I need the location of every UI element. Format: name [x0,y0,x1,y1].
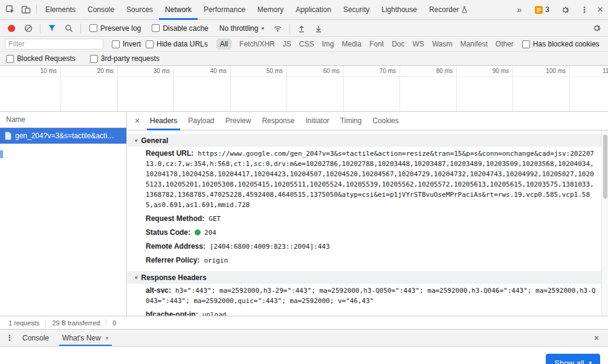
third-party-requests-checkbox[interactable]: 3rd-party requests [90,54,160,63]
type-filter-fetch-xhr[interactable]: Fetch/XHR [239,40,275,48]
preserve-log-checkbox[interactable]: Preserve log [89,24,141,33]
search-button[interactable] [61,21,77,36]
close-devtools-button[interactable]: × [592,2,608,18]
header-item-request-method: Request Method:GET [128,212,601,226]
type-filter-js[interactable]: JS [283,40,291,48]
close-whats-new-icon[interactable]: × [105,334,109,342]
network-settings-button[interactable] [589,21,604,36]
tab-label: Elements [45,5,76,14]
detail-tab-headers[interactable]: Headers [144,112,183,130]
detail-tab-initiator[interactable]: Initiator [300,112,334,130]
type-filter-other[interactable]: Other [496,40,514,48]
general-section-header[interactable]: ▾ General [128,134,601,147]
tab-memory[interactable]: Memory [251,0,289,20]
disable-cache-checkbox[interactable]: Disable cache [152,24,208,33]
resources-size: 0 [112,319,116,327]
import-har-button[interactable] [294,21,309,36]
drawer-tab-whats-new[interactable]: What's New × [56,330,115,346]
hide-data-urls-checkbox[interactable]: Hide data URLs [146,40,208,48]
tick-label: 110 ms [586,68,608,74]
tab-security[interactable]: Security [337,0,375,20]
detail-tab-cookies[interactable]: Cookies [367,112,404,130]
request-row-selected[interactable]: gen_204?v=3&s=tactile&acti… [0,128,126,144]
drawer-right-controls: × [589,330,604,346]
tab-console[interactable]: Console [82,0,120,20]
filter-input[interactable] [5,39,103,49]
tab-label: Memory [257,5,283,14]
drawer-menu-button[interactable]: ⋮ [4,330,16,346]
header-item-bfcache-opt-in: bfcache-opt-in:unload [128,308,601,316]
more-tabs-button[interactable]: » [511,2,527,18]
settings-button[interactable] [557,2,573,18]
close-detail-button[interactable]: × [130,113,144,128]
header-key: Request URL: [146,149,193,158]
checkbox-box [90,55,98,63]
tab-network[interactable]: Network [159,0,198,20]
type-filter-manifest[interactable]: Manifest [460,40,487,48]
throttling-dropdown[interactable]: No throttling ▾ [219,24,264,33]
type-filter-wasm[interactable]: Wasm [432,40,453,48]
blocked-requests-checkbox[interactable]: Blocked Requests [6,54,76,63]
checkbox-box [152,24,160,32]
detail-tab-timing[interactable]: Timing [335,112,367,130]
scrollbar-thumb[interactable] [603,135,607,199]
triangle-down-icon: ▾ [135,138,138,144]
name-column-header[interactable]: Name [0,112,126,128]
type-filter-ws[interactable]: WS [413,40,424,48]
device-toolbar-button[interactable] [18,2,34,18]
export-har-button[interactable] [311,21,326,36]
tick-label: 20 ms [77,68,114,74]
arrow-up-icon [297,24,306,33]
network-conditions-button[interactable] [270,21,286,36]
response-headers-section-header[interactable]: ▾ Response Headers [128,271,601,284]
invert-checkbox[interactable]: Invert [112,40,141,48]
vertical-scrollbar[interactable] [601,130,608,316]
tab-elements[interactable]: Elements [39,0,82,20]
tab-label: Security [343,5,369,14]
tab-recorder[interactable]: Recorder [423,0,474,20]
type-filter-media[interactable]: Media [341,40,361,48]
tab-sources[interactable]: Sources [120,0,159,20]
type-filter-all[interactable]: All [216,39,231,49]
checkbox-box [89,24,97,32]
tab-lighthouse[interactable]: Lighthouse [375,0,423,20]
tick-label: 50 ms [247,68,283,74]
header-item-referrer-policy: Referrer Policy:origin [128,254,601,267]
close-drawer-button[interactable]: × [589,330,604,346]
drawer-tab-console[interactable]: Console [16,330,56,346]
issues-badge[interactable]: 3 [532,4,552,15]
toolbar-separator [80,24,81,33]
chevron-down-icon: ▾ [589,360,592,364]
tab-bar-right-controls: » 3 ⋮ × [511,2,608,18]
devtools-menu-button[interactable]: ⋮ [577,2,592,18]
gridline [117,66,118,111]
type-filter-img[interactable]: Img [322,40,334,48]
devtools-window: Elements Console Sources Network Perform… [0,0,608,364]
scroll-position-marker [0,150,3,158]
tab-performance[interactable]: Performance [198,0,251,20]
status-divider [106,319,106,327]
devtools-tab-bar: Elements Console Sources Network Perform… [0,0,608,20]
inspect-element-button[interactable] [2,2,18,18]
detail-tab-payload[interactable]: Payload [183,112,219,130]
search-icon [65,24,73,33]
record-network-log-button[interactable] [4,21,19,36]
clear-network-log-button[interactable] [21,21,36,36]
filter-toggle-button[interactable] [44,21,60,36]
header-key: bfcache-opt-in: [146,310,198,316]
tick-label: 40 ms [190,68,227,74]
header-value: GET [209,215,221,223]
type-filter-doc[interactable]: Doc [392,40,404,48]
drawer-tab-label: What's New [62,334,101,342]
header-key: alt-svc: [146,286,171,295]
show-all-button[interactable]: Show all ▾ [546,354,600,364]
type-filter-font[interactable]: Font [369,40,384,48]
tab-application[interactable]: Application [289,0,337,20]
detail-tab-response[interactable]: Response [256,112,300,130]
has-blocked-cookies-checkbox[interactable]: Has blocked cookies [522,40,600,48]
network-main-area: Name gen_204?v=3&s=tactile&acti… × Heade… [0,112,608,316]
type-filter-css[interactable]: CSS [299,40,314,48]
network-overview-timeline[interactable]: 10 ms 20 ms 30 ms 40 ms 50 ms 60 ms 70 m… [0,66,608,112]
detail-tab-preview[interactable]: Preview [220,112,257,130]
tab-label: Performance [204,5,245,14]
